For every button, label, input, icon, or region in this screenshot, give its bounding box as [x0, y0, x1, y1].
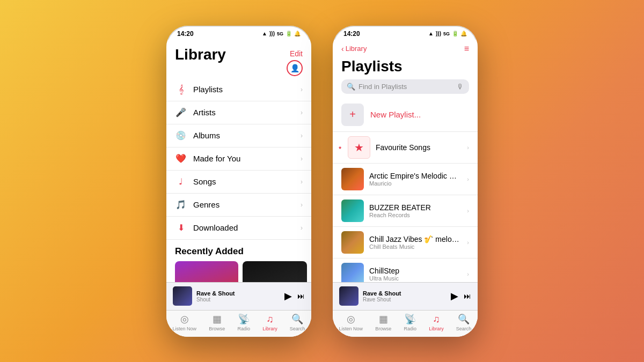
- avatar[interactable]: 👤: [287, 60, 303, 76]
- menu-item-artists[interactable]: 🎤 Artists ›: [166, 101, 311, 124]
- wifi-icon: ))): [269, 31, 275, 36]
- search-icon: 🔍: [347, 83, 355, 91]
- playlist-search[interactable]: 🔍 Find in Playlists 🎙: [341, 79, 469, 94]
- tab-listen-now-left[interactable]: ◎ Listen Now: [173, 313, 197, 331]
- mic-icon: 🎙: [457, 83, 464, 91]
- now-playing-artist-left: Shout: [196, 297, 280, 302]
- albums-icon: 💿: [175, 130, 187, 142]
- listen-now-icon: ◎: [180, 313, 189, 325]
- playlist-item-favourites[interactable]: ★ ★ Favourite Songs ›: [333, 132, 478, 164]
- playlist-item-chill[interactable]: Chill Jazz Vibes 🎷 melodic jazz beats & …: [333, 227, 478, 258]
- listen-now-icon: ◎: [347, 313, 355, 325]
- menu-item-albums[interactable]: 💿 Albums ›: [166, 124, 311, 147]
- playlist-title-favourites: Favourite Songs: [376, 143, 462, 152]
- listen-now-label: Listen Now: [339, 326, 363, 331]
- playlist-item-buzzer[interactable]: BUZZER BEATER Reach Records ›: [333, 195, 478, 227]
- menu-item-made-for-you[interactable]: ❤️ Made for You ›: [166, 147, 311, 171]
- chevron-right-icon: ›: [301, 178, 303, 186]
- search-input[interactable]: Find in Playlists: [358, 83, 453, 91]
- favourite-thumb: ★: [348, 136, 370, 159]
- playlist-subtitle-chill: Chill Beats Music: [369, 243, 462, 250]
- tab-browse-left[interactable]: ▦ Browse: [209, 313, 225, 331]
- status-icons-left: ▲ ))) 5G 🔋 🔔: [262, 31, 301, 36]
- downloaded-label: Downloaded: [193, 223, 301, 232]
- playlist-item-arctic[interactable]: Arctic Empire's Melodic Dubstep & Future…: [333, 164, 478, 195]
- radio-icon: 📡: [404, 313, 416, 325]
- playlist-subtitle-buzzer: Reach Records: [369, 212, 462, 218]
- playlist-info-favourites: Favourite Songs: [376, 143, 462, 152]
- genres-icon: 🎵: [175, 199, 187, 211]
- playlist-list: + New Playlist... ★ ★ Favourite Songs › …: [333, 98, 478, 282]
- tab-library-left[interactable]: ♫ Library: [262, 314, 277, 331]
- tab-library-right[interactable]: ♫ Library: [429, 314, 444, 331]
- artists-icon: 🎤: [175, 107, 187, 119]
- genres-label: Genres: [193, 200, 301, 209]
- recently-added-heading: Recently Added: [166, 240, 311, 261]
- back-label: Library: [346, 45, 367, 53]
- new-playlist-button[interactable]: + New Playlist...: [333, 98, 478, 132]
- playlist-item-chillstep[interactable]: ChillStep Ultra Music ›: [333, 258, 478, 282]
- radio-label: Radio: [404, 326, 416, 331]
- album-card-1[interactable]: Nothing To Lose (feat. Ci... Tinlicker: [175, 261, 238, 282]
- now-playing-title-right: Rave & Shout: [363, 290, 447, 297]
- tab-browse-right[interactable]: ▦ Browse: [375, 313, 391, 331]
- now-playing-info-left: Rave & Shout Shout: [196, 290, 280, 302]
- playlist-thumb-buzzer: [341, 200, 364, 222]
- library-menu: 𝄞 Playlists › 🎤 Artists › 💿 Albums › ❤️ …: [166, 78, 311, 282]
- playlist-title-chillstep: ChillStep: [369, 267, 462, 275]
- now-playing-bar-left[interactable]: Rave & Shout Shout ▶ ⏭: [166, 282, 311, 310]
- albums-label: Albums: [193, 131, 301, 140]
- tab-radio-left[interactable]: 📡 Radio: [237, 313, 250, 331]
- play-button-left[interactable]: ▶: [284, 290, 292, 302]
- radio-label: Radio: [237, 326, 250, 331]
- menu-item-genres[interactable]: 🎵 Genres ›: [166, 194, 311, 217]
- search-label: Search: [456, 326, 472, 331]
- status-icons-right: ▲ ))) 5G 🔋 🔔: [428, 31, 467, 36]
- chevron-right-icon: ›: [301, 201, 303, 209]
- now-playing-artist-right: Rave Shout: [363, 297, 447, 302]
- now-playing-thumb-right: [339, 286, 358, 306]
- album-thumb-1: [175, 261, 238, 282]
- browse-icon: ▦: [213, 313, 222, 325]
- skip-button-right[interactable]: ⏭: [464, 292, 471, 300]
- songs-icon: ♩: [175, 176, 187, 188]
- playlist-info-chill: Chill Jazz Vibes 🎷 melodic jazz beats & …: [369, 235, 462, 250]
- library-icon: ♫: [433, 314, 440, 325]
- menu-item-songs[interactable]: ♩ Songs ›: [166, 171, 311, 194]
- new-playlist-label: New Playlist...: [370, 110, 421, 119]
- play-button-right[interactable]: ▶: [451, 290, 458, 302]
- favourite-indicator: ★: [338, 145, 342, 150]
- playlist-thumb-arctic: [341, 168, 364, 190]
- tab-search-left[interactable]: 🔍 Search: [290, 313, 305, 331]
- alarm-icon: 🔔: [294, 31, 301, 36]
- skip-button-left[interactable]: ⏭: [297, 292, 305, 300]
- now-playing-thumb-left: [173, 286, 192, 306]
- chevron-right-icon: ›: [467, 176, 469, 182]
- library-screen: Library Edit 👤 𝄞 Playlists › 🎤 Artists ›: [166, 40, 311, 337]
- chevron-right-icon: ›: [301, 224, 303, 232]
- listen-now-label: Listen Now: [173, 326, 197, 331]
- made-for-you-label: Made for You: [193, 154, 301, 163]
- now-playing-controls-right: ▶ ⏭: [451, 290, 471, 302]
- network-icon: 5G: [277, 31, 283, 36]
- menu-button[interactable]: ≡: [464, 44, 469, 54]
- library-header: Library Edit 👤: [166, 40, 311, 78]
- now-playing-bar-right[interactable]: Rave & Shout Rave Shout ▶ ⏭: [333, 282, 478, 310]
- status-bar-left: 14:20 ▲ ))) 5G 🔋 🔔: [166, 26, 311, 40]
- menu-item-downloaded[interactable]: ⬇ Downloaded ›: [166, 217, 311, 240]
- edit-button[interactable]: Edit: [290, 49, 303, 58]
- tab-search-right[interactable]: 🔍 Search: [456, 313, 472, 331]
- chevron-right-icon: ›: [467, 208, 469, 214]
- browse-icon: ▦: [379, 313, 388, 325]
- phone-left: 14:20 ▲ ))) 5G 🔋 🔔 Library Edit 👤 𝄞: [166, 26, 311, 337]
- album-card-2[interactable]: never fine Do Everything, Feel Noth... n…: [243, 261, 307, 282]
- tab-bar-left: ◎ Listen Now ▦ Browse 📡 Radio ♫ Library …: [166, 310, 311, 337]
- menu-item-playlists[interactable]: 𝄞 Playlists ›: [166, 78, 311, 101]
- library-title: Library: [175, 46, 226, 63]
- tab-radio-right[interactable]: 📡 Radio: [404, 313, 416, 331]
- tab-listen-now-right[interactable]: ◎ Listen Now: [339, 313, 363, 331]
- playlists-icon: 𝄞: [175, 84, 187, 95]
- back-button[interactable]: ‹ Library: [341, 45, 367, 53]
- playlists-label: Playlists: [193, 85, 301, 94]
- chevron-right-icon: ›: [301, 109, 303, 116]
